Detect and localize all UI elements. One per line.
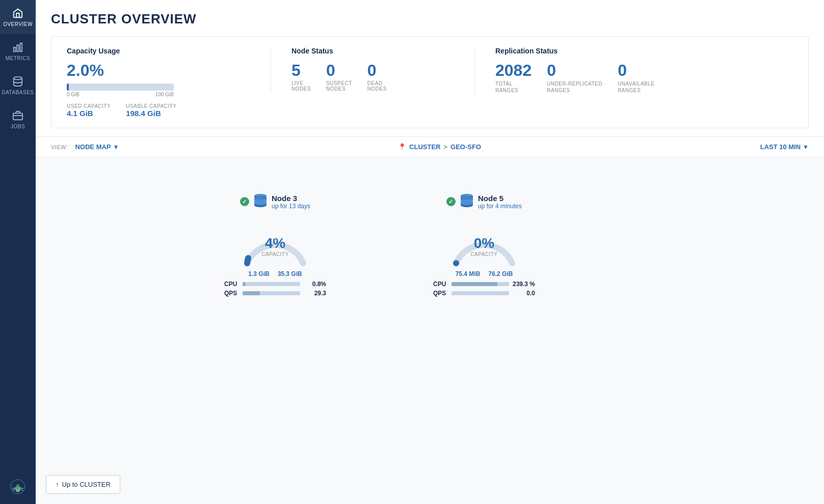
node5-cpu-bar: [451, 282, 509, 286]
node3-gauge-text: 4% CAPACITY: [237, 235, 313, 257]
live-nodes-stat: 5 LIVENODES: [291, 62, 311, 92]
node5-cpu-row: CPU 239.3 %: [433, 281, 535, 288]
view-selector[interactable]: NODE MAP ▼: [75, 143, 119, 151]
sidebar-item-jobs[interactable]: JOBS: [0, 102, 36, 136]
node5-qps-row: QPS 0.0: [433, 290, 535, 297]
node5-info: Node 5 up for 4 minutes: [478, 194, 522, 210]
svg-rect-4: [13, 113, 22, 120]
unavailable-ranges-stat: 0 UNAVAILABLERANGES: [618, 62, 654, 94]
page-header: CLUSTER OVERVIEW: [36, 0, 824, 27]
node3-capacity-label: CAPACITY: [237, 251, 313, 257]
used-capacity-label: USED CAPACITY: [67, 103, 111, 109]
node3-db-icon: [253, 193, 268, 210]
svg-point-16: [18, 485, 19, 485]
suspect-nodes-label: SUSPECTNODES: [326, 80, 352, 92]
node5-status-dot: [446, 197, 456, 206]
total-ranges-stat: 2082 TOTALRANGES: [495, 62, 531, 94]
briefcase-icon: [11, 109, 25, 124]
main-content: CLUSTER OVERVIEW Capacity Usage 2.0% 0 G…: [36, 0, 824, 504]
under-replicated-label: UNDER-REPLICATEDRANGES: [547, 80, 602, 94]
node3-qps-row: QPS 29.3: [224, 290, 326, 297]
page-title: CLUSTER OVERVIEW: [51, 11, 809, 27]
node-card-3: Node 3 up for 13 days 4% CAPACITY 1.: [224, 193, 326, 299]
used-capacity-value: 4.1 GiB: [67, 109, 111, 118]
node3-capacity-percent: 4%: [237, 235, 313, 251]
node5-used: 75.4 MiB: [456, 270, 481, 277]
unavailable-ranges-number: 0: [618, 62, 654, 78]
total-ranges-number: 2082: [495, 62, 531, 78]
node3-qps-fill: [243, 291, 260, 295]
node3-info: Node 3 up for 13 days: [272, 194, 310, 210]
node3-metrics: CPU 0.8% QPS 29.3: [224, 281, 326, 299]
node5-db-icon: [460, 193, 474, 210]
node3-gauge: 4% CAPACITY: [237, 217, 313, 268]
node3-cpu-bar: [243, 282, 300, 286]
live-nodes-label: LIVENODES: [291, 80, 311, 92]
node3-status-dot: [240, 197, 249, 206]
node5-qps-value: 0.0: [512, 290, 535, 297]
capacity-percent: 2.0%: [67, 62, 260, 78]
svg-rect-0: [14, 47, 16, 51]
capacity-bar-fill: [67, 83, 69, 91]
node-status-title: Node Status: [291, 47, 464, 55]
time-selector[interactable]: LAST 10 MIN ▼: [760, 143, 809, 151]
breadcrumb: 📍 CLUSTER > GEO-SFO: [398, 143, 481, 151]
breadcrumb-cluster[interactable]: CLUSTER: [409, 143, 440, 151]
replication-status-section: Replication Status 2082 TOTALRANGES 0 UN…: [474, 47, 793, 94]
node3-header: Node 3 up for 13 days: [240, 193, 310, 210]
suspect-nodes-stat: 0 SUSPECTNODES: [326, 62, 352, 92]
node3-cpu-value: 0.8%: [303, 281, 326, 288]
svg-rect-22: [254, 196, 267, 200]
capacity-bar: [67, 83, 174, 91]
usable-capacity-label: USABLE CAPACITY: [126, 103, 176, 109]
sidebar-label-metrics: METRICS: [6, 55, 31, 61]
home-icon: [11, 7, 25, 21]
view-bar: VIEW: NODE MAP ▼ 📍 CLUSTER > GEO-SFO LAS…: [36, 136, 824, 157]
capacity-bar-container: 0 GiB 100 GiB: [67, 83, 260, 97]
view-label: VIEW:: [51, 144, 68, 150]
bar-label-end: 100 GiB: [155, 92, 174, 97]
svg-rect-2: [20, 43, 22, 52]
svg-rect-1: [17, 45, 19, 51]
replication-status-title: Replication Status: [495, 47, 793, 55]
node5-name: Node 5: [478, 194, 522, 203]
node5-capacity-label: CAPACITY: [446, 251, 522, 257]
sidebar-item-databases[interactable]: DATABASES: [0, 68, 36, 102]
sidebar: OVERVIEW METRICS DATABASES: [0, 0, 36, 504]
svg-point-15: [16, 485, 17, 485]
svg-point-30: [461, 201, 473, 205]
sidebar-item-overview[interactable]: OVERVIEW: [0, 0, 36, 34]
sidebar-label-jobs: JOBS: [11, 124, 25, 129]
node5-metrics: CPU 239.3 % QPS 0.0: [433, 281, 535, 299]
chevron-down-icon: ▼: [113, 144, 119, 151]
node5-gauge: 0% CAPACITY: [446, 217, 522, 268]
node3-cpu-row: CPU 0.8%: [224, 281, 326, 288]
node5-capacity-row: 75.4 MiB 76.2 GiB: [456, 270, 513, 277]
bottom-bar: ↑ Up to CLUSTER: [46, 475, 120, 494]
bar-label-start: 0 GiB: [67, 92, 79, 97]
node3-qps-value: 29.3: [303, 290, 326, 297]
database-icon: [11, 75, 25, 90]
dead-nodes-number: 0: [367, 62, 377, 78]
node-stat-row: 5 LIVENODES 0 SUSPECTNODES 0 DEADNODES: [291, 62, 464, 92]
sidebar-item-metrics[interactable]: METRICS: [0, 34, 36, 68]
node3-qps-label: QPS: [224, 290, 240, 297]
breadcrumb-separator: >: [443, 143, 447, 151]
location-icon: 📍: [398, 143, 406, 151]
node-status-section: Node Status 5 LIVENODES 0 SUSPECTNODES 0…: [271, 47, 464, 92]
repl-stat-row: 2082 TOTALRANGES 0 UNDER-REPLICATEDRANGE…: [495, 62, 793, 94]
dead-nodes-stat: 0 DEADNODES: [367, 62, 387, 92]
node5-cpu-label: CPU: [433, 281, 448, 288]
map-area: Node 3 up for 13 days 4% CAPACITY 1.: [36, 157, 824, 504]
sidebar-bottom: [0, 469, 36, 504]
usable-capacity-group: USABLE CAPACITY 198.4 GiB: [126, 103, 176, 118]
node5-qps-bar: [451, 291, 509, 295]
node5-qps-label: QPS: [433, 290, 448, 297]
svg-rect-29: [461, 196, 473, 200]
capacity-values: USED CAPACITY 4.1 GiB USABLE CAPACITY 19…: [67, 103, 260, 118]
svg-point-3: [14, 77, 22, 80]
node5-uptime: up for 4 minutes: [478, 203, 522, 210]
up-cluster-button[interactable]: ↑ Up to CLUSTER: [46, 475, 120, 494]
capacity-usage-section: Capacity Usage 2.0% 0 GiB 100 GiB USED C…: [67, 47, 260, 118]
live-nodes-number: 5: [291, 62, 301, 78]
